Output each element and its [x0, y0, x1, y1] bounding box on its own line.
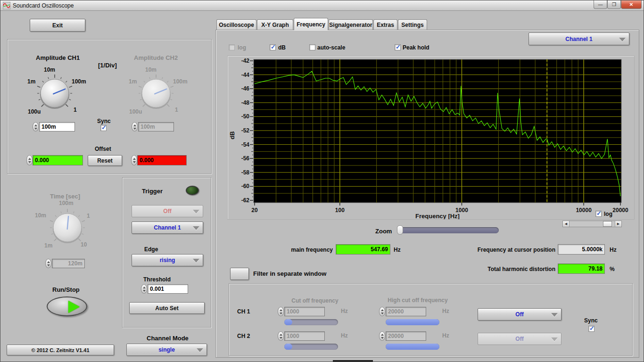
arrow-left-icon: ◀ [565, 222, 567, 226]
offset-reset-label: Reset [97, 157, 113, 164]
threshold-value[interactable]: 0.001 [148, 284, 188, 294]
ch2-high-slider[interactable] [386, 344, 439, 350]
filter-sync-label: Sync [584, 317, 598, 324]
log-checkbox[interactable] [229, 44, 235, 50]
axis-log-label: log [604, 211, 612, 217]
svg-text:-52: -52 [241, 127, 250, 134]
filter-window-button[interactable] [230, 268, 249, 280]
trigger-source-dropdown[interactable]: Channel 1 [132, 222, 203, 234]
tab-extras[interactable]: Extras [373, 19, 397, 30]
ch2-high-value[interactable]: 20000 [386, 331, 426, 341]
ch2-low-slider[interactable] [284, 344, 338, 350]
svg-text:20000: 20000 [612, 207, 628, 214]
svg-text:-50: -50 [241, 113, 250, 120]
amplitude-ch2-value[interactable]: 100m [138, 122, 174, 132]
cursor-frequency-unit: Hz [610, 247, 617, 253]
ch2-low-spinner[interactable] [278, 331, 284, 341]
filter-sync-checkbox[interactable] [588, 326, 594, 332]
run-stop-button[interactable] [47, 296, 87, 316]
offset-ch2-value[interactable]: 0.000 [137, 155, 187, 165]
ch1-filter-mode-dropdown[interactable]: Off [478, 308, 561, 321]
offset-ch1-value[interactable]: 0.000 [33, 155, 83, 165]
axis-log-checkbox[interactable] [595, 211, 602, 217]
graph-h-scrollbar[interactable]: ◀ ▶ [562, 221, 622, 227]
amplitude-ch1-value[interactable]: 100m [39, 122, 75, 132]
tab-settings[interactable]: Settings [398, 19, 427, 30]
zoom-slider-thumb[interactable] [397, 225, 403, 235]
ch2-low-value[interactable]: 1000 [284, 331, 325, 341]
run-stop-label: Run/Stop [52, 286, 80, 293]
auto-set-button[interactable]: Auto Set [129, 302, 205, 314]
channel-mode-label: Channel Mode [147, 335, 189, 342]
svg-text:-46: -46 [241, 85, 250, 92]
svg-text:100: 100 [335, 207, 345, 214]
tab-xy-graph[interactable]: X-Y Graph [257, 19, 293, 30]
channel-mode-dropdown[interactable]: single [126, 344, 207, 356]
spectrum-graph-frame: -42-44-46-48-50-52-54-56-58-60-622010010… [227, 56, 635, 220]
close-button[interactable]: ✕ [621, 0, 642, 9]
chevron-down-icon [197, 348, 203, 352]
ch2-scale-10m: 10m [145, 66, 157, 73]
amplitude-sync-checkbox[interactable] [100, 125, 107, 131]
db-checkbox-label: dB [278, 44, 286, 51]
ch1-low-slider[interactable] [284, 319, 338, 325]
channel-select-value: Channel 1 [565, 36, 592, 42]
trigger-source-value: Channel 1 [154, 224, 181, 231]
time-scale-100m: 100m [59, 200, 74, 206]
scroll-left-button[interactable]: ◀ [563, 221, 570, 227]
ch1-high-slider[interactable] [386, 319, 439, 325]
autoscale-checkbox[interactable] [309, 44, 315, 50]
exit-button[interactable]: Exit [30, 19, 85, 32]
high-cutoff-label: High cut off frequency [380, 297, 455, 304]
log-checkbox-label: log [238, 44, 246, 51]
restore-button[interactable]: ❐ [607, 0, 621, 9]
channel-select-dropdown[interactable]: Channel 1 [528, 33, 629, 45]
svg-text:-42: -42 [241, 58, 250, 64]
tab-frequency[interactable]: Frequency [294, 18, 328, 30]
spectrum-plot[interactable]: -42-44-46-48-50-52-54-56-58-60-622010010… [228, 56, 634, 219]
minimize-button[interactable]: — [594, 0, 607, 9]
ch1-low-value[interactable]: 1000 [284, 307, 325, 316]
ch1-high-spinner[interactable] [379, 307, 385, 316]
ch1-scale-100m: 100m [72, 78, 86, 85]
ch1-low-spinner[interactable] [278, 307, 284, 316]
scroll-right-button[interactable]: ▶ [615, 221, 621, 227]
ch2-high-spinner[interactable] [379, 331, 385, 341]
scrollbar-thumb[interactable] [603, 221, 612, 227]
trigger-mode-dropdown[interactable]: Off [132, 205, 203, 217]
zoom-slider[interactable] [398, 227, 499, 233]
db-checkbox[interactable] [270, 44, 276, 50]
trigger-mode-value: Off [163, 208, 171, 214]
ch1-scale-100u: 100u [28, 108, 41, 115]
title-bar[interactable]: Soundcard Oszilloscope — ❐ ✕ [0, 0, 644, 11]
filter-window-label: Filter in separate window [253, 270, 326, 277]
chevron-down-icon [551, 313, 558, 317]
ch1-high-value[interactable]: 20000 [386, 307, 426, 316]
scrollbar-track[interactable] [570, 221, 615, 227]
tab-oscilloscope[interactable]: Oscilloscope [216, 19, 256, 30]
cursor-frequency-label: Frequency at cursor position [467, 247, 555, 253]
amplitude-ch2-spinner[interactable] [132, 122, 138, 132]
time-scale-10m: 10m [35, 212, 46, 219]
trigger-edge-dropdown[interactable]: rising [132, 254, 203, 266]
time-spinner[interactable] [45, 259, 51, 268]
ch2-filter-mode-dropdown[interactable]: Off [478, 333, 561, 345]
app-window: Soundcard Oszilloscope — ❐ ✕ Exit Amplit… [0, 0, 644, 362]
cutoff-label: Cut off frequency [282, 297, 348, 304]
edge-label: Edge [144, 246, 158, 253]
time-value[interactable]: 120m [52, 259, 85, 268]
autoscale-checkbox-label: auto-scale [317, 44, 345, 51]
ch2-low-unit: Hz [341, 332, 348, 339]
offset-ch1-spinner[interactable] [26, 155, 33, 165]
svg-text:-58: -58 [241, 169, 250, 176]
per-div-label: [1/Div] [98, 62, 117, 69]
ch1-scale-1m: 1m [27, 78, 35, 85]
threshold-spinner[interactable] [141, 284, 147, 294]
svg-text:-54: -54 [241, 141, 250, 148]
offset-reset-button[interactable]: Reset [88, 155, 122, 166]
svg-text:-62: -62 [241, 197, 250, 204]
peak-hold-checkbox[interactable] [395, 44, 401, 50]
amplitude-ch1-spinner[interactable] [33, 122, 39, 132]
offset-ch2-spinner[interactable] [131, 155, 137, 165]
tab-signalgenerator[interactable]: Signalgenerator [329, 19, 373, 30]
